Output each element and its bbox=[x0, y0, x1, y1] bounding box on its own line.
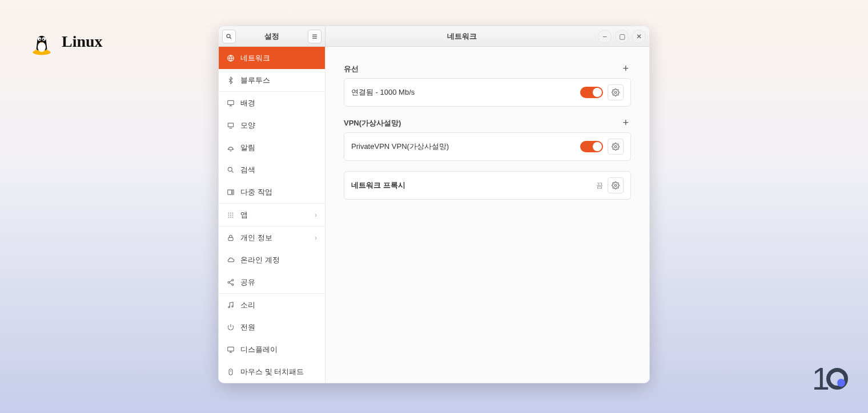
sidebar-item-label: 온라인 계정 bbox=[240, 255, 280, 265]
svg-point-32 bbox=[232, 284, 234, 285]
sidebar-item-label: 검색 bbox=[240, 165, 255, 175]
proxy-settings-button[interactable] bbox=[608, 177, 624, 193]
svg-rect-15 bbox=[228, 123, 233, 126]
maximize-icon: ▢ bbox=[619, 33, 625, 41]
svg-point-45 bbox=[614, 184, 617, 187]
svg-point-44 bbox=[614, 145, 617, 148]
sidebar-item-appearance[interactable]: 모양 bbox=[219, 114, 325, 136]
sidebar-title: 설정 bbox=[239, 31, 304, 42]
sidebar-item-mouse[interactable]: 마우스 및 터치패드 bbox=[219, 361, 325, 383]
sidebar-item-notif[interactable]: 알림 bbox=[219, 136, 325, 159]
sidebar-item-power[interactable]: 전원 bbox=[219, 316, 325, 338]
search-icon bbox=[226, 33, 232, 40]
wired-connection-label: 연결됨 - 1000 Mb/s bbox=[351, 87, 415, 98]
svg-point-5 bbox=[43, 39, 45, 41]
desktop-icon bbox=[227, 99, 235, 107]
add-vpn-button[interactable]: + bbox=[620, 117, 631, 129]
sidebar-item-label: 블루투스 bbox=[240, 75, 270, 86]
sidebar-item-label: 앱 bbox=[240, 210, 248, 220]
sidebar-item-label: 배경 bbox=[240, 98, 255, 108]
sidebar-item-label: 모양 bbox=[240, 120, 255, 131]
sidebar-item-bluetooth[interactable]: 블루투스 bbox=[219, 69, 325, 91]
proxy-status: 끔 bbox=[596, 181, 603, 191]
svg-line-33 bbox=[230, 280, 232, 282]
svg-point-28 bbox=[232, 216, 234, 217]
sidebar-item-sound[interactable]: 소리 bbox=[219, 294, 325, 316]
brand-0-glyph bbox=[826, 368, 848, 390]
minimize-button[interactable]: – bbox=[598, 30, 612, 43]
svg-line-17 bbox=[231, 171, 233, 172]
sidebar-item-label: 개인 정보 bbox=[240, 233, 272, 243]
svg-point-1 bbox=[38, 42, 46, 52]
svg-point-16 bbox=[228, 167, 232, 171]
globe-icon bbox=[227, 54, 235, 62]
close-button[interactable]: ✕ bbox=[632, 30, 646, 43]
sidebar-item-label: 알림 bbox=[240, 143, 255, 153]
section-wired-header: 유선 + bbox=[344, 63, 631, 75]
sidebar-item-share[interactable]: 공유 bbox=[219, 271, 325, 293]
svg-point-20 bbox=[228, 212, 230, 213]
svg-point-24 bbox=[230, 214, 231, 216]
svg-rect-38 bbox=[228, 347, 234, 351]
mouse-icon bbox=[227, 368, 235, 376]
settings-window: 설정 네트워크 – ▢ ✕ 네트워크블루투스배경모양알림검색다중 작업앱›개인 … bbox=[218, 26, 650, 383]
search-button[interactable] bbox=[222, 30, 236, 43]
sidebar-item-privacy[interactable]: 개인 정보› bbox=[219, 226, 325, 249]
svg-line-34 bbox=[230, 282, 232, 284]
vpn-card: PrivateVPN VPN(가상사설망) bbox=[344, 132, 631, 161]
bell-icon bbox=[227, 144, 235, 152]
svg-point-26 bbox=[228, 216, 230, 217]
svg-point-21 bbox=[230, 212, 231, 213]
gear-icon bbox=[612, 143, 620, 151]
chevron-right-icon: › bbox=[315, 211, 317, 219]
sidebar-item-multitask[interactable]: 다중 작업 bbox=[219, 181, 325, 203]
sidebar-item-network[interactable]: 네트워크 bbox=[219, 47, 325, 69]
gear-icon bbox=[612, 181, 620, 189]
sidebar-item-background[interactable]: 배경 bbox=[219, 92, 325, 114]
sidebar-item-online[interactable]: 온라인 계정 bbox=[219, 249, 325, 271]
chevron-right-icon: › bbox=[315, 234, 317, 242]
svg-point-25 bbox=[232, 214, 234, 216]
svg-rect-41 bbox=[229, 369, 232, 375]
sidebar-item-label: 마우스 및 터치패드 bbox=[240, 367, 304, 377]
sidebar-item-display[interactable]: 디스플레이 bbox=[219, 338, 325, 361]
vpn-toggle[interactable] bbox=[580, 141, 603, 152]
window-title: 네트워크 bbox=[326, 31, 598, 42]
svg-rect-12 bbox=[228, 100, 234, 104]
multitask-icon bbox=[227, 188, 235, 196]
wired-toggle[interactable] bbox=[580, 87, 603, 98]
sidebar-item-label: 다중 작업 bbox=[240, 187, 272, 197]
content-panel: 유선 + 연결됨 - 1000 Mb/s VPN(가상사설망) + Privat… bbox=[326, 47, 649, 383]
proxy-card[interactable]: 네트워크 프록시 끔 bbox=[344, 171, 631, 200]
sidebar-item-label: 디스플레이 bbox=[240, 345, 278, 355]
gear-icon bbox=[612, 88, 620, 96]
power-icon bbox=[227, 323, 235, 331]
svg-point-6 bbox=[227, 34, 230, 38]
wired-title: 유선 bbox=[344, 64, 359, 74]
sidebar-item-search[interactable]: 검색 bbox=[219, 159, 325, 181]
svg-point-43 bbox=[614, 91, 617, 94]
svg-point-23 bbox=[228, 214, 230, 216]
vpn-title: VPN(가상사설망) bbox=[344, 118, 401, 128]
svg-point-31 bbox=[228, 281, 230, 283]
linux-logo: Linux bbox=[27, 27, 103, 56]
hamburger-icon bbox=[311, 33, 318, 40]
titlebar: 설정 네트워크 – ▢ ✕ bbox=[219, 26, 649, 47]
add-wired-button[interactable]: + bbox=[620, 63, 631, 75]
wired-settings-button[interactable] bbox=[608, 84, 624, 100]
maximize-button[interactable]: ▢ bbox=[615, 30, 629, 43]
svg-point-36 bbox=[232, 306, 233, 307]
sidebar-item-apps[interactable]: 앱› bbox=[219, 204, 325, 226]
brand-10-logo: 1 bbox=[812, 360, 848, 397]
svg-point-22 bbox=[232, 212, 234, 213]
vpn-settings-button[interactable] bbox=[608, 139, 624, 155]
sidebar-item-label: 네트워크 bbox=[240, 53, 270, 63]
tux-icon bbox=[27, 27, 56, 56]
display-sm-icon bbox=[227, 122, 235, 129]
sidebar-item-label: 소리 bbox=[240, 300, 255, 310]
search-icon bbox=[227, 166, 235, 174]
svg-point-30 bbox=[232, 279, 234, 281]
menu-button[interactable] bbox=[308, 30, 322, 43]
sidebar-item-label: 전원 bbox=[240, 322, 255, 333]
sidebar-item-label: 공유 bbox=[240, 277, 255, 288]
